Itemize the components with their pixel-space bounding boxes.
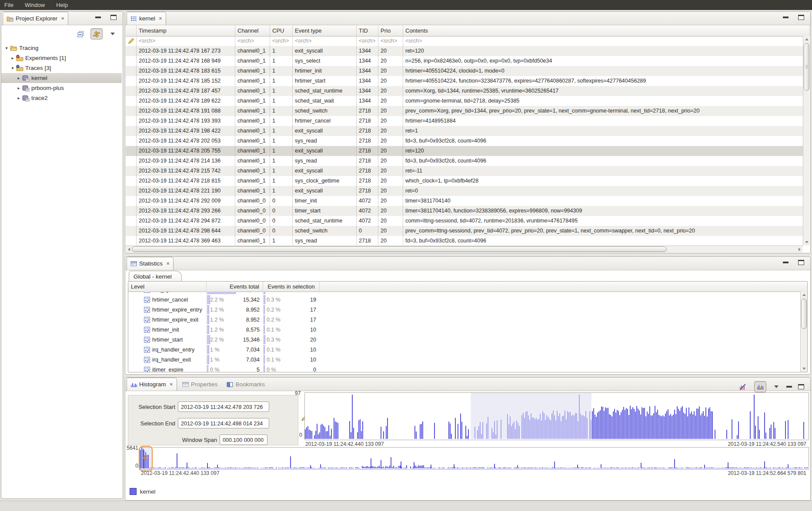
statistics-row[interactable]: hrtimer_expire_entry1.2 %8,9520.2 %17 — [128, 305, 800, 315]
expander-collapsed-icon[interactable]: ▸ — [16, 86, 21, 90]
scrollbar-thumb[interactable] — [801, 299, 807, 329]
window-span-input[interactable]: 000.100 000 000 — [220, 435, 267, 445]
view-menu-button[interactable] — [772, 382, 780, 392]
close-icon[interactable]: ✕ — [159, 16, 162, 21]
column-events-total[interactable]: Events total — [207, 282, 263, 292]
events-horizontal-scrollbar[interactable] — [126, 246, 803, 252]
column-level[interactable]: Level — [128, 282, 207, 292]
table-row[interactable]: 2012-03-19 11:24:42.478 193 393channel0_… — [126, 116, 803, 126]
statistics-row[interactable]: hrtimer_start2.2 %15,3460.3 %20 — [128, 335, 800, 345]
tab-statistics[interactable]: Statistics ✕ — [127, 257, 174, 270]
hide-lost-events-button[interactable] — [738, 382, 748, 392]
expander-collapsed-icon[interactable]: ▸ — [16, 96, 21, 100]
table-row[interactable]: 2012-03-19 11:24:42.478 183 615channel0_… — [126, 66, 803, 76]
statistics-row[interactable]: exit_syscall35.2 %245,7450.4 %355 — [128, 292, 800, 295]
statistics-vertical-scrollbar[interactable] — [800, 292, 807, 372]
column-events-in-selection[interactable]: Events in selection — [263, 282, 320, 292]
minimize-icon[interactable] — [95, 17, 101, 18]
statistics-row[interactable]: hrtimer_cancel2.2 %15,3420.3 %19 — [128, 295, 800, 305]
search-input-channel[interactable]: <srch> — [235, 36, 270, 46]
selection-start-input[interactable]: 2012-03-19 11:24:42.478 203 726 — [178, 402, 269, 412]
tab-histogram[interactable]: Histogram✕ — [127, 378, 177, 391]
close-icon[interactable]: ✕ — [166, 261, 170, 266]
tab-project-explorer[interactable]: Project Explorer ✕ — [3, 12, 68, 25]
table-row[interactable]: 2012-03-19 11:24:42.478 198 422channel0_… — [126, 126, 803, 136]
table-row[interactable]: 2012-03-19 11:24:42.478 187 457channel0_… — [126, 86, 803, 96]
menu-window[interactable]: Window — [25, 2, 45, 8]
expander-expanded-icon[interactable]: ▾ — [4, 46, 9, 50]
statistics-row[interactable]: irq_handler_exit1 %7,0340.1 %10 — [128, 355, 800, 365]
link-with-editor-button[interactable] — [90, 28, 103, 40]
table-row[interactable]: 2012-03-19 11:24:42.478 298 644channel0_… — [126, 226, 803, 236]
tree-item-prboom-plus[interactable]: ▸prboom-plus — [1, 83, 122, 93]
table-row[interactable]: 2012-03-19 11:24:42.478 218 815channel0_… — [126, 176, 803, 186]
table-row[interactable]: 2012-03-19 11:24:42.478 293 266channel0_… — [126, 206, 803, 216]
collapse-all-button[interactable] — [75, 29, 86, 39]
column-contents[interactable]: Contents — [403, 25, 810, 36]
tree-item-experiments[interactable]: ▸Experiments [1] — [1, 53, 122, 63]
statistics-row[interactable]: irq_handler_entry1 %7,0340.1 %10 — [128, 345, 800, 355]
menu-help[interactable]: Help — [56, 2, 68, 8]
menu-file[interactable]: File — [4, 2, 13, 8]
table-row[interactable]: 2012-03-19 11:24:42.478 168 949channel0_… — [126, 56, 803, 66]
close-icon[interactable]: ✕ — [170, 382, 173, 387]
expander-expanded-icon[interactable]: ▾ — [10, 66, 15, 70]
column-cpu[interactable]: CPU — [270, 25, 293, 36]
maximize-icon[interactable] — [798, 15, 804, 20]
close-icon[interactable]: ✕ — [61, 16, 64, 21]
view-menu-button[interactable] — [107, 29, 118, 39]
table-row[interactable]: 2012-03-19 11:24:42.478 369 463channel0_… — [126, 236, 803, 246]
tree-item-traces[interactable]: ▾Traces [3] — [1, 63, 122, 73]
table-row[interactable]: 2012-03-19 11:24:42.478 215 742channel0_… — [126, 166, 803, 176]
window-histogram-chart[interactable] — [304, 392, 809, 440]
expander-collapsed-icon[interactable]: ▸ — [10, 56, 15, 60]
full-range-histogram-chart[interactable] — [140, 447, 809, 470]
events-vertical-scrollbar[interactable] — [803, 36, 810, 246]
activate-coloring-button[interactable] — [754, 381, 766, 392]
statistics-row[interactable]: hrtimer_init1.2 %8,5750.1 %10 — [128, 325, 800, 335]
search-input-cpu[interactable]: <srch> — [270, 36, 293, 46]
table-row[interactable]: 2012-03-19 11:24:42.478 191 088channel0_… — [126, 106, 803, 116]
search-row[interactable]: <srch><srch><srch><srch><srch><srch><src… — [126, 36, 803, 46]
window-range-indicator[interactable] — [139, 446, 153, 471]
minimize-icon[interactable] — [783, 17, 789, 18]
table-row[interactable]: 2012-03-19 11:24:42.478 167 273channel0_… — [126, 46, 803, 56]
tab-global-kernel[interactable]: Global - kernel — [129, 271, 182, 282]
table-row[interactable]: 2012-03-19 11:24:42.478 294 872channel0_… — [126, 216, 803, 226]
maximize-icon[interactable] — [798, 384, 804, 389]
table-row[interactable]: 2012-03-19 11:24:42.478 221 190channel0_… — [126, 186, 803, 196]
column-channel[interactable]: Channel — [235, 25, 270, 36]
selection-end-input[interactable]: 2012-03-19 11:24:42.498 014 234 — [178, 418, 269, 428]
tree-item-trace2[interactable]: ▸trace2 — [1, 93, 122, 103]
maximize-icon[interactable] — [798, 260, 804, 265]
column-tid[interactable]: TID — [357, 25, 378, 36]
table-row[interactable]: 2012-03-19 11:24:42.478 292 009channel0_… — [126, 196, 803, 206]
search-input-timestamp[interactable]: <srch> — [137, 36, 235, 46]
column-prio[interactable]: Prio — [378, 25, 403, 36]
table-row[interactable]: 2012-03-19 11:24:42.478 202 053channel0_… — [126, 136, 803, 146]
scrollbar-thumb[interactable] — [132, 246, 667, 252]
statistics-row[interactable]: hrtimer_expire_exit1.2 %8,9520.2 %17 — [128, 315, 800, 325]
column-event-type[interactable]: Event type — [293, 25, 357, 36]
statistics-table-header[interactable]: Level Events total Events in selection — [128, 282, 807, 292]
table-row[interactable]: 2012-03-19 11:24:42.478 189 622channel0_… — [126, 96, 803, 106]
tree-item-tracing[interactable]: ▾Tracing — [1, 43, 122, 53]
expander-collapsed-icon[interactable]: ▸ — [16, 76, 21, 80]
table-row[interactable]: 2012-03-19 11:24:42.478 185 152channel0_… — [126, 76, 803, 86]
search-input-prio[interactable]: <srch> — [378, 36, 403, 46]
events-table-header[interactable]: TimestampChannelCPUEvent typeTIDPrioCont… — [126, 25, 810, 36]
minimize-icon[interactable] — [786, 386, 792, 388]
maximize-icon[interactable] — [110, 15, 117, 20]
statistics-row[interactable]: itimer_expire0 %50 %0 — [128, 365, 800, 372]
column-timestamp[interactable]: Timestamp — [137, 25, 235, 36]
search-input-tid[interactable]: <srch> — [357, 36, 378, 46]
search-input-event-type[interactable]: <srch> — [293, 36, 357, 46]
tree-item-kernel[interactable]: ▸kernel — [1, 73, 122, 83]
tab-bookmarks[interactable]: Bookmarks — [223, 378, 269, 391]
table-row[interactable]: 2012-03-19 11:24:42.478 205 755channel0_… — [126, 146, 803, 156]
search-input-contents[interactable]: <srch> — [403, 36, 803, 46]
table-row[interactable]: 2012-03-19 11:24:42.478 214 136channel0_… — [126, 156, 803, 166]
tab-kernel-events[interactable]: kernel ✕ — [127, 12, 166, 25]
tab-properties[interactable]: Properties — [178, 378, 222, 391]
minimize-icon[interactable] — [783, 262, 789, 263]
